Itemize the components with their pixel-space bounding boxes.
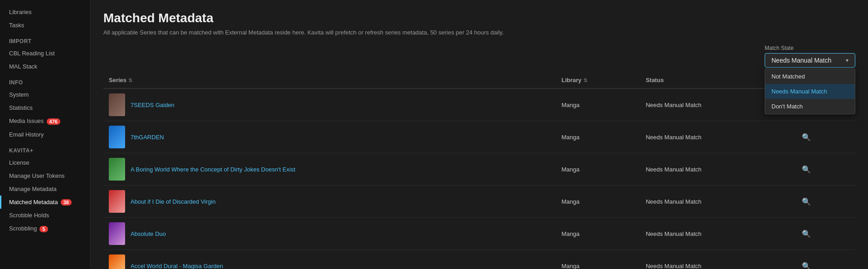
sidebar: LibrariesTasks ImportCBL Reading ListMAL… xyxy=(0,0,91,269)
library-cell-0: Manga xyxy=(556,88,640,121)
table-row: 7thGARDENMangaNeeds Manual Match🔍 xyxy=(103,121,855,153)
sidebar-item-mal-stack[interactable]: MAL Stack xyxy=(0,60,90,73)
match-state-dropdown[interactable]: Needs Manual Match ▾ xyxy=(765,53,855,68)
table-row: A Boring World Where the Concept of Dirt… xyxy=(103,153,855,186)
badge-matched-metadata: 38 xyxy=(61,199,72,205)
series-thumbnail xyxy=(109,254,125,269)
sidebar-item-statistics[interactable]: Statistics xyxy=(0,101,90,114)
series-table-container: Series⇅Library⇅Status 7SEEDS GaidenManga… xyxy=(103,72,855,269)
sidebar-item-email-history[interactable]: Email History xyxy=(0,128,90,141)
match-state-container: Match State Needs Manual Match ▾ Not Mat… xyxy=(765,45,855,68)
search-match-button[interactable]: 🔍 xyxy=(798,163,815,176)
dropdown-option-not-matched[interactable]: Not Matched xyxy=(765,69,855,84)
sidebar-item-tasks[interactable]: Tasks xyxy=(0,19,90,32)
search-match-button[interactable]: 🔍 xyxy=(798,131,815,143)
status-cell-2: Needs Manual Match xyxy=(640,153,793,186)
library-cell-3: Manga xyxy=(556,186,640,218)
status-cell-3: Needs Manual Match xyxy=(640,186,793,218)
badge-scrobbling: 5 xyxy=(39,226,48,232)
table-row: 7SEEDS GaidenMangaNeeds Manual Match xyxy=(103,88,855,121)
sidebar-item-media-issues[interactable]: Media Issues476 xyxy=(0,114,90,128)
sidebar-section-kavitaplus: Kavita+ xyxy=(0,141,90,156)
dropdown-option-needs-manual-match[interactable]: Needs Manual Match xyxy=(765,84,855,99)
sidebar-item-scrobbling[interactable]: Scrobbling5 xyxy=(0,222,90,235)
series-name[interactable]: Absolute Duo xyxy=(131,230,166,237)
col-header-0[interactable]: Series⇅ xyxy=(103,72,556,88)
sidebar-section-import: Import xyxy=(0,32,90,47)
series-cell-1: 7thGARDEN xyxy=(103,121,556,153)
search-match-button[interactable]: 🔍 xyxy=(798,196,815,208)
sidebar-item-libraries[interactable]: Libraries xyxy=(0,5,90,19)
page-title: Matched Metadata xyxy=(103,11,855,25)
series-cell-5: Accel World Dural - Magisa Garden xyxy=(103,250,556,269)
library-cell-1: Manga xyxy=(556,121,640,153)
search-match-button[interactable]: 🔍 xyxy=(798,260,815,269)
library-cell-4: Manga xyxy=(556,218,640,250)
library-cell-5: Manga xyxy=(556,250,640,269)
sort-icon: ⇅ xyxy=(128,78,132,83)
sidebar-item-manage-metadata[interactable]: Manage Metadata xyxy=(0,182,90,196)
series-name[interactable]: A Boring World Where the Concept of Dirt… xyxy=(131,166,296,173)
page-subtitle: All applicable Series that can be matche… xyxy=(103,29,855,36)
status-cell-4: Needs Manual Match xyxy=(640,218,793,250)
sidebar-item-matched-metadata[interactable]: Matched Metadata38 xyxy=(0,196,90,209)
sidebar-item-system[interactable]: System xyxy=(0,88,90,101)
series-name[interactable]: 7thGARDEN xyxy=(131,134,164,141)
action-cell-2: 🔍 xyxy=(793,153,855,186)
series-cell-2: A Boring World Where the Concept of Dirt… xyxy=(103,153,556,186)
status-cell-5: Needs Manual Match xyxy=(640,250,793,269)
sidebar-item-cbl-reading-list[interactable]: CBL Reading List xyxy=(0,47,90,60)
status-cell-1: Needs Manual Match xyxy=(640,121,793,153)
sidebar-section-info: Info xyxy=(0,73,90,88)
chevron-down-icon: ▾ xyxy=(846,57,849,64)
action-cell-5: 🔍 xyxy=(793,250,855,269)
series-cell-3: About if I Die of Discarded Virgin xyxy=(103,186,556,218)
table-row: Accel World Dural - Magisa GardenMangaNe… xyxy=(103,250,855,269)
action-cell-1: 🔍 xyxy=(793,121,855,153)
col-header-1[interactable]: Library⇅ xyxy=(556,72,640,88)
series-thumbnail xyxy=(109,93,125,116)
series-name[interactable]: About if I Die of Discarded Virgin xyxy=(131,198,216,205)
library-cell-2: Manga xyxy=(556,153,640,186)
search-match-button[interactable]: 🔍 xyxy=(798,228,815,240)
series-thumbnail xyxy=(109,126,125,148)
sidebar-item-license[interactable]: License xyxy=(0,156,90,169)
table-row: Absolute DuoMangaNeeds Manual Match🔍 xyxy=(103,218,855,250)
sidebar-item-manage-user-tokens[interactable]: Manage User Tokens xyxy=(0,169,90,182)
series-thumbnail xyxy=(109,222,125,245)
table-row: About if I Die of Discarded VirginMangaN… xyxy=(103,186,855,218)
sort-icon: ⇅ xyxy=(583,78,587,83)
sidebar-item-scrobble-holds[interactable]: Scrobble Holds xyxy=(0,209,90,222)
series-thumbnail xyxy=(109,158,125,181)
dropdown-option-dont-match[interactable]: Don't Match xyxy=(765,99,855,114)
series-name[interactable]: 7SEEDS Gaiden xyxy=(131,102,175,108)
match-state-row: Match State Needs Manual Match ▾ Not Mat… xyxy=(103,45,855,68)
main-content: Matched Metadata All applicable Series t… xyxy=(91,0,868,269)
series-thumbnail xyxy=(109,190,125,213)
series-table: Series⇅Library⇅Status 7SEEDS GaidenManga… xyxy=(103,72,855,269)
action-cell-3: 🔍 xyxy=(793,186,855,218)
table-header-row: Series⇅Library⇅Status xyxy=(103,72,855,88)
match-state-dropdown-menu: Not MatchedNeeds Manual MatchDon't Match xyxy=(765,68,855,114)
series-cell-4: Absolute Duo xyxy=(103,218,556,250)
action-cell-4: 🔍 xyxy=(793,218,855,250)
match-state-label: Match State xyxy=(765,45,794,51)
series-name[interactable]: Accel World Dural - Magisa Garden xyxy=(131,263,223,269)
series-cell-0: 7SEEDS Gaiden xyxy=(103,88,556,121)
dropdown-selected-value: Needs Manual Match xyxy=(771,57,831,64)
badge-media-issues: 476 xyxy=(47,118,60,125)
